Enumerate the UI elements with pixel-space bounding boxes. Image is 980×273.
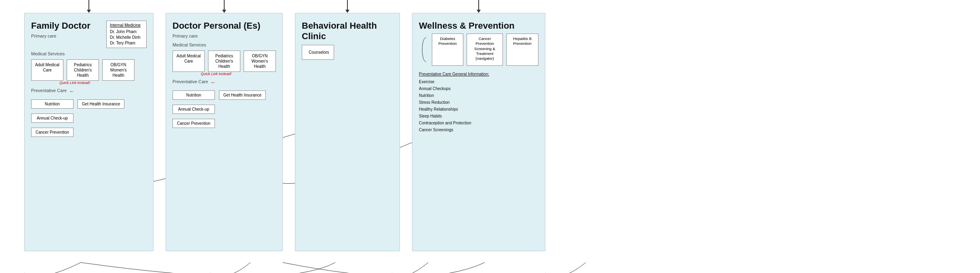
counselors-box[interactable]: Counselors [302,45,334,60]
medical-services-boxes-2: Adult Medical Care Pediatrics Children's… [172,50,276,72]
arrow-line-3 [347,0,348,10]
cancer-prevention-box[interactable]: Cancer Prevention [31,128,74,137]
adult-medical-care-box-2[interactable]: Adult Medical Care [172,50,205,72]
wellness-item-5: Healthy Relationships [419,106,538,113]
family-doctor-card: Family Doctor Primary care Internal Medi… [24,13,154,251]
page-wrapper: Family Doctor Primary care Internal Medi… [0,0,980,251]
behavioral-health-card: Behavioral Health Clinic Counselors [295,13,400,251]
obgyn-box-2[interactable]: OB/GYN Women's Health [244,50,276,72]
arrow-line-4 [478,0,479,10]
cancer-prevention-box-2[interactable]: Cancer Prevention [172,119,215,128]
doctor-2: Dr. Michelle Dinh [110,35,143,40]
nutrition-box[interactable]: Nutrition [31,99,74,109]
doctor-personal-subtitle: Primary care [172,34,276,38]
red-arrow-1: ← [69,88,75,94]
wellness-col: Wellness & Prevention Diabetes Preventio… [412,0,545,251]
arrow-head-2 [222,10,226,13]
quick-link-annotation-2: Quick Link instead! [201,72,231,76]
doctor-3: Dr. Tery Pham [110,40,143,46]
behavioral-health-title: Behavioral Health Clinic [302,21,393,42]
doctor-personal-arrow [222,0,226,13]
wellness-arrow [477,0,481,13]
wellness-item-4: Stress Reduction [419,99,538,106]
get-health-insurance-box-2[interactable]: Get Health Insurance [219,90,266,100]
cancer-screening-box[interactable]: Cancer Prevention Screening & Treatment … [467,34,503,66]
wellness-item-6: Sleep Habits [419,113,538,120]
cards-row: Family Doctor Primary care Internal Medi… [0,0,980,251]
family-doctor-title-block: Family Doctor Primary care [31,21,101,42]
preventative-boxes-col: Nutrition Annual Check-up Cancer Prevent… [31,99,74,139]
preventative-section-2: Preventative Care ← Quick Link instead! … [172,78,276,130]
doctor-personal-card: Doctor Personal (Es) Primary care Medica… [166,13,283,251]
get-health-insurance-box[interactable]: Get Health Insurance [78,99,125,109]
internal-medicine-box: Internal Medicine Dr. John Pham Dr. Mich… [106,21,147,48]
preventative-label-row: Preventative Care ← Quick Link instead! [31,86,147,96]
family-doctor-title: Family Doctor [31,21,101,31]
wellness-item-8: Cancer Screenings [419,126,538,133]
preventative-care-label-2: Preventative Care [172,79,208,84]
wellness-list: Preventative Care General Information: E… [419,71,538,133]
family-doctor-arrow [87,0,91,13]
arrow-line-2 [224,0,225,10]
annual-checkup-box-2[interactable]: Annual Check-up [172,105,215,114]
family-doctor-subtitle: Primary care [31,34,101,38]
arrow-line [88,0,89,10]
preventative-items-row: Nutrition Annual Check-up Cancer Prevent… [31,99,147,139]
medical-services-label-2: Medical Services [172,42,276,47]
family-doctor-col: Family Doctor Primary care Internal Medi… [24,0,154,251]
wellness-item-2: Annual Checkups [419,85,538,92]
pediatrics-box[interactable]: Pediatrics Children's Health [67,59,99,81]
preventative-section: Preventative Care ← Quick Link instead! … [31,86,147,139]
behavioral-health-arrow [345,0,349,13]
wellness-list-title: Preventative Care General Information: [419,71,538,78]
connector-svg [419,34,427,66]
pediatrics-box-2[interactable]: Pediatrics Children's Health [208,50,240,72]
hepatitis-b-box[interactable]: Hepatitis B Prevention [506,34,538,66]
arrow-head-4 [477,10,481,13]
wellness-item-7: Contraception and Protection [419,120,538,126]
doctor-personal-col: Doctor Personal (Es) Primary care Medica… [166,0,283,251]
quick-link-annotation-1: Quick Link instead! [59,81,90,85]
internal-medicine-label: Internal Medicine [110,23,143,28]
wellness-service-boxes: Diabetes Prevention Cancer Prevention Sc… [419,34,538,66]
diabetes-prevention-box[interactable]: Diabetes Prevention [432,34,463,66]
wellness-card: Wellness & Prevention Diabetes Preventio… [412,13,545,251]
arrow-head [87,10,91,13]
wellness-item-1: Exercise [419,78,538,85]
behavioral-health-col: Behavioral Health Clinic Counselors [295,0,400,251]
preventative-care-label: Preventative Care [31,88,67,93]
obgyn-box[interactable]: OB/GYN Women's Health [102,59,135,81]
wellness-title: Wellness & Prevention [419,21,538,31]
family-doctor-header: Family Doctor Primary care Internal Medi… [31,21,147,48]
red-arrow-2: ← [210,79,216,86]
wellness-item-3: Nutrition [419,92,538,99]
medical-services-boxes: Adult Medical Care Pediatrics Children's… [31,59,147,81]
doctor-personal-title: Doctor Personal (Es) [172,21,276,31]
connector-line-left [419,34,427,66]
preventative-boxes-col-2: Nutrition Annual Check-up Cancer Prevent… [172,90,215,130]
nutrition-box-2[interactable]: Nutrition [172,90,215,100]
preventative-label-row-2: Preventative Care ← Quick Link instead! [172,78,276,87]
annual-checkup-box[interactable]: Annual Check-up [31,113,74,123]
adult-medical-care-box[interactable]: Adult Medical Care [31,59,63,81]
arrow-head-3 [345,10,349,13]
preventative-items-row-2: Nutrition Annual Check-up Cancer Prevent… [172,90,276,130]
doctor-1: Dr. John Pham [110,29,143,35]
medical-services-label: Medical Services [31,51,147,56]
